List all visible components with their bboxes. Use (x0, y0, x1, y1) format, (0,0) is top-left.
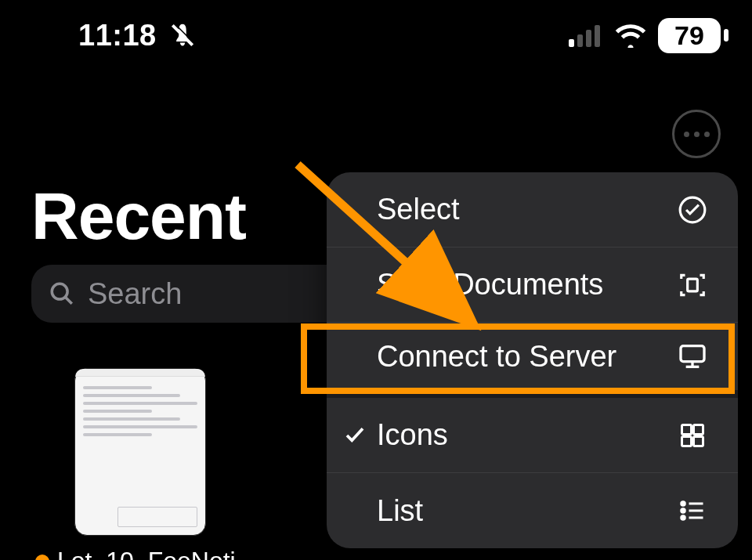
menu-item-label: Connect to Server (377, 340, 675, 374)
menu-item-icons-view[interactable]: Icons (327, 398, 738, 473)
search-icon (49, 280, 75, 307)
silent-mode-icon (168, 20, 197, 50)
file-item[interactable]: Lot_10_FeeNoti (74, 368, 215, 560)
svg-rect-14 (694, 425, 703, 434)
svg-rect-2 (569, 39, 574, 47)
menu-item-select[interactable]: Select (327, 172, 738, 247)
search-placeholder: Search (88, 277, 182, 311)
cellular-signal-icon (569, 23, 603, 47)
more-options-button[interactable] (672, 110, 721, 158)
menu-item-connect-to-server[interactable]: Connect to Server (327, 323, 738, 398)
checkmark-icon (339, 424, 371, 447)
menu-item-label: Scan Documents (377, 268, 675, 302)
wifi-icon (614, 23, 647, 48)
menu-item-label: Select (377, 193, 675, 226)
svg-line-7 (65, 297, 72, 304)
svg-rect-4 (586, 30, 591, 47)
svg-point-21 (682, 516, 685, 520)
svg-rect-10 (681, 346, 704, 362)
select-icon (675, 195, 710, 225)
svg-rect-15 (682, 436, 692, 446)
scan-documents-icon (675, 270, 710, 300)
svg-rect-13 (682, 425, 692, 434)
menu-item-label: List (377, 494, 675, 528)
status-right: 79 (569, 18, 721, 53)
page-title: Recent (31, 179, 246, 255)
menu-item-label: Icons (377, 418, 675, 452)
svg-rect-16 (694, 436, 703, 446)
menu-item-list-view[interactable]: List (327, 473, 738, 548)
svg-point-17 (682, 502, 685, 506)
svg-rect-9 (688, 279, 698, 291)
status-bar: 11:18 79 (0, 0, 752, 70)
sync-status-dot-icon (35, 555, 49, 561)
svg-rect-5 (595, 25, 600, 47)
status-time: 11:18 (78, 19, 157, 52)
menu-item-scan-documents[interactable]: Scan Documents (327, 247, 738, 323)
svg-point-6 (52, 284, 67, 299)
file-thumbnail (74, 368, 206, 536)
file-label: Lot_10_FeeNoti (57, 547, 236, 560)
server-icon (675, 341, 710, 372)
grid-view-icon (675, 421, 710, 450)
list-view-icon (675, 497, 710, 525)
battery-indicator: 79 (658, 18, 721, 53)
svg-rect-3 (577, 34, 583, 47)
status-left: 11:18 (78, 19, 197, 52)
svg-point-19 (682, 509, 685, 513)
options-menu: Select Scan Documents Connect to Server (327, 172, 738, 548)
file-label-row: Lot_10_FeeNoti (35, 547, 215, 560)
